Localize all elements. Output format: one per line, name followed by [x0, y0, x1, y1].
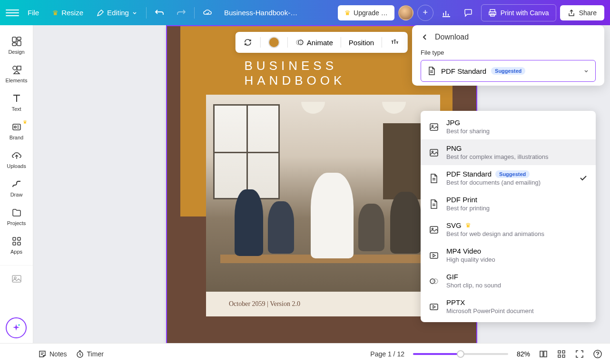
file-type-option-jpg[interactable]: JPGBest for sharing — [421, 114, 596, 139]
user-avatar[interactable] — [398, 5, 413, 20]
sidebar-item-label: Elements — [6, 78, 28, 83]
file-type-option-gif[interactable]: GIFShort clip, no sound — [421, 268, 596, 294]
comment-button[interactable] — [459, 4, 477, 22]
zoom-thumb[interactable] — [457, 350, 464, 358]
page-subtitle: BUSINESS HANDBOOK — [245, 59, 399, 88]
timer-icon — [76, 350, 84, 358]
sidebar-item-label: Apps — [10, 249, 22, 255]
position-button[interactable]: Position — [346, 37, 377, 49]
svg-point-10 — [14, 126, 16, 128]
option-name: SVG — [446, 221, 462, 229]
image-icon — [428, 147, 440, 158]
fullscreen-button[interactable] — [575, 349, 584, 359]
download-panel: Download File type PDF Standard Suggeste… — [412, 25, 604, 86]
svg-rect-4 — [17, 37, 21, 40]
print-with-canva-button[interactable]: Print with Canva — [481, 4, 556, 21]
add-member-button[interactable]: + — [417, 5, 433, 21]
document-title[interactable]: Business-Handbook-… — [224, 9, 297, 17]
svg-rect-36 — [562, 355, 565, 357]
file-type-option-svg[interactable]: SVG♛Best for web design and animations — [421, 216, 596, 242]
file-type-label: File type — [421, 49, 596, 56]
svg-rect-12 — [18, 237, 20, 240]
sidebar-item-draw[interactable]: Draw — [0, 174, 33, 202]
notes-button[interactable]: Notes — [38, 350, 67, 358]
share-button[interactable]: Share — [560, 5, 604, 20]
video-icon — [428, 250, 440, 261]
svg-rect-1 — [489, 12, 496, 15]
zoom-slider[interactable] — [413, 353, 508, 355]
resize-button[interactable]: ♛Resize — [48, 6, 88, 20]
animate-button[interactable]: Animate — [293, 36, 336, 49]
brand-icon — [11, 121, 22, 133]
printer-icon — [488, 9, 497, 17]
page-view-button[interactable] — [539, 349, 548, 359]
zoom-percent[interactable]: 82% — [517, 350, 530, 358]
color-swatch — [268, 37, 280, 48]
back-button[interactable] — [421, 33, 429, 41]
sidebar-item-label: Brand — [10, 135, 23, 140]
svg-rect-8 — [17, 66, 21, 70]
file-type-option-pptx[interactable]: PPTXMicrosoft PowerPoint document — [421, 294, 596, 319]
chevron-down-icon — [132, 10, 138, 16]
sidebar-item-brand[interactable]: ♛ Brand — [0, 117, 33, 145]
upgrade-button[interactable]: ♛Upgrade … — [338, 5, 394, 20]
top-toolbar: File ♛Resize Editing Business-Handbook-…… — [0, 0, 610, 25]
menu-button[interactable] — [6, 6, 19, 20]
share-icon — [568, 9, 575, 17]
sidebar-item-uploads[interactable]: Uploads — [0, 145, 33, 174]
sidebar-item-apps[interactable]: Apps — [0, 231, 33, 259]
sidebar-item-projects[interactable]: Projects — [0, 202, 33, 231]
file-type-select[interactable]: PDF Standard Suggested — [421, 60, 596, 82]
selected-file-type: PDF Standard — [441, 67, 486, 75]
option-desc: Best for complex images, illustrations — [446, 153, 588, 160]
undo-button[interactable] — [150, 4, 168, 22]
text-icon — [11, 93, 22, 104]
file-type-option-pdf-standard[interactable]: PDF StandardSuggestedBest for documents … — [421, 165, 596, 191]
color-picker[interactable] — [266, 35, 283, 50]
document-icon — [428, 198, 440, 210]
projects-icon — [11, 207, 22, 218]
chevron-down-icon — [583, 68, 590, 74]
gif-icon — [428, 275, 440, 287]
magic-button[interactable] — [6, 317, 27, 338]
sidebar-item-text[interactable]: Text — [0, 88, 33, 117]
svg-rect-14 — [18, 242, 20, 245]
sidebar-item-photos[interactable] — [0, 265, 33, 289]
cloud-sync-icon[interactable] — [198, 4, 216, 22]
redo-button[interactable] — [172, 4, 190, 22]
timer-button[interactable]: Timer — [76, 350, 104, 358]
page-photo — [206, 95, 440, 301]
sidebar-item-label: Design — [8, 49, 24, 55]
pencil-icon — [97, 9, 104, 17]
svg-rect-35 — [558, 355, 561, 357]
sidebar-item-design[interactable]: Design — [0, 31, 33, 59]
bottom-bar: Notes Timer Page 1 / 12 82% — [0, 343, 610, 364]
editing-mode-button[interactable]: Editing — [92, 6, 142, 20]
svg-point-27 — [433, 279, 438, 284]
svg-rect-32 — [544, 351, 547, 357]
check-icon — [579, 173, 588, 183]
file-menu[interactable]: File — [23, 6, 44, 20]
apps-icon — [11, 236, 22, 247]
page-indicator[interactable]: Page 1 / 12 — [370, 350, 404, 358]
svg-rect-5 — [17, 41, 21, 46]
file-type-option-pdf-print[interactable]: PDF PrintBest for printing — [421, 191, 596, 216]
grid-view-button[interactable] — [557, 349, 566, 359]
sidebar-item-elements[interactable]: Elements — [0, 59, 33, 88]
sidebar-item-label: Projects — [7, 220, 26, 226]
regenerate-button[interactable] — [240, 36, 256, 49]
file-type-option-png[interactable]: PNGBest for complex images, illustration… — [421, 139, 596, 165]
help-button[interactable] — [593, 349, 602, 359]
svg-point-7 — [13, 66, 17, 70]
analytics-button[interactable] — [437, 4, 455, 22]
file-type-option-mp4[interactable]: MP4 VideoHigh quality video — [421, 242, 596, 268]
caption-text: October 2059 | Version 2.0 — [229, 300, 300, 308]
svg-rect-6 — [12, 43, 16, 46]
svg-point-26 — [430, 279, 435, 284]
document-icon — [428, 173, 440, 184]
svg-point-20 — [432, 126, 433, 127]
svg-rect-11 — [13, 237, 16, 240]
elements-icon — [11, 64, 22, 76]
more-options-button[interactable] — [387, 35, 403, 49]
option-name: JPG — [446, 118, 460, 127]
